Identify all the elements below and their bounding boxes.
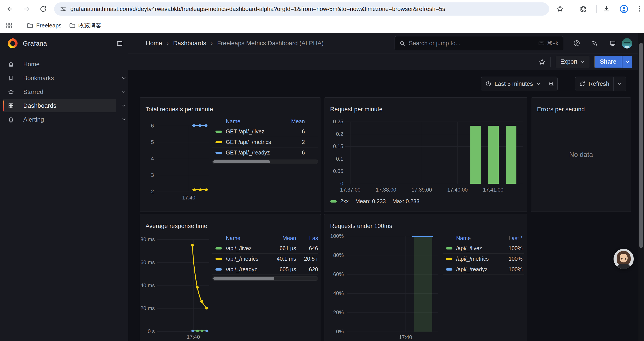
series-color-pill	[216, 141, 222, 143]
downloads-icon[interactable]	[603, 5, 610, 13]
legend[interactable]: 2xx Mean: 0.233 Max: 0.233	[330, 198, 420, 204]
url-bar[interactable]: grafana.mathmast.com/d/deytv4rwavabkb/fr…	[54, 3, 549, 16]
breadcrumb-separator: ›	[166, 40, 169, 47]
breadcrumb-dashboards[interactable]: Dashboards	[173, 40, 206, 47]
sidebar-item-starred[interactable]: Starred	[3, 85, 116, 99]
panel-average-response-time[interactable]: Average response time 80 ms60 ms40 ms20 …	[140, 214, 321, 341]
sidebar-toggle-icon[interactable]	[116, 40, 123, 47]
bookmark-folder-freeleaps[interactable]: Freeleaps	[27, 22, 62, 29]
series-color-pill	[216, 268, 222, 270]
x-axis-label: 17:40	[180, 334, 206, 340]
sidebar-item-dashboards[interactable]: Dashboards	[3, 99, 116, 112]
apps-grid-icon[interactable]	[6, 22, 13, 29]
legend-header-mean[interactable]: Mean	[278, 118, 318, 125]
chevron-down-icon[interactable]	[121, 89, 127, 95]
assistant-avatar[interactable]	[614, 249, 634, 269]
chevron-down-icon[interactable]	[121, 103, 127, 108]
legend-scrollbar[interactable]	[212, 276, 318, 281]
y-tick: 20%	[333, 309, 344, 315]
sidebar-item-label: Bookmarks	[23, 75, 54, 82]
chevron-down-icon[interactable]	[121, 75, 127, 81]
share-label: Share	[600, 58, 616, 65]
sidebar-item-label: Dashboards	[23, 102, 56, 109]
bookmark-star-icon[interactable]	[556, 5, 564, 13]
reload-icon[interactable]	[40, 5, 47, 13]
share-menu-button[interactable]	[622, 56, 632, 68]
sidebar-item-home[interactable]: Home	[3, 58, 116, 71]
sidebar-item-bookmarks[interactable]: Bookmarks	[3, 71, 116, 85]
legend-header-mean[interactable]: Mean	[270, 235, 296, 241]
panel-requests-under-100ms[interactable]: Requests under 100ms 100%80%60%40%20%0% …	[324, 214, 528, 341]
chevron-down-icon	[617, 81, 622, 86]
search-input[interactable]	[408, 40, 538, 47]
monitor-icon[interactable]	[609, 40, 616, 47]
legend-row[interactable]: GET /api/_/metrics 2	[212, 137, 318, 147]
user-avatar[interactable]	[622, 38, 632, 49]
extensions-icon[interactable]	[580, 5, 587, 13]
legend-row[interactable]: GET /api/_/readyz 6	[212, 147, 318, 158]
forward-icon[interactable]	[23, 5, 30, 13]
browser-menu-icon[interactable]	[636, 5, 643, 13]
back-icon[interactable]	[6, 5, 14, 13]
search-icon	[399, 40, 405, 46]
series-color-pill	[216, 258, 222, 260]
legend-row[interactable]: /api/_/metrics 100%	[443, 254, 524, 264]
legend-row[interactable]: /api/_/livez 661 µs 646	[212, 243, 318, 254]
legend-header-last[interactable]: Las	[296, 235, 318, 241]
y-tick: 0.05	[333, 168, 343, 174]
series-name: /api/_/metrics	[456, 256, 498, 262]
panel-request-per-minute[interactable]: Request per minute 0.250.20.150.10.050 1…	[324, 97, 528, 212]
panel-errors-per-second[interactable]: Errors per second No data	[531, 97, 631, 212]
bar-2xx	[470, 126, 481, 184]
series-name: /api/_/readyz	[226, 266, 270, 272]
legend-scrollbar[interactable]	[212, 160, 318, 164]
breadcrumb-current: Freeleaps Metrics Dashboard (ALPHA)	[217, 40, 324, 47]
chevron-down-icon[interactable]	[121, 117, 127, 122]
series-color-pill	[216, 247, 222, 249]
y-tick: 3	[151, 172, 154, 178]
chart-plot	[158, 239, 209, 331]
legend-table: Name Mean Las /api/_/livez 661 µs 646 /a…	[212, 233, 318, 281]
scrollbar-thumb[interactable]	[640, 43, 643, 248]
breadcrumb-separator: ›	[211, 40, 213, 47]
y-tick: 0.2	[336, 131, 343, 137]
breadcrumb-home[interactable]: Home	[146, 40, 162, 47]
favorite-dashboard-icon[interactable]	[538, 58, 546, 65]
refresh-button[interactable]: Refresh	[576, 77, 613, 91]
y-tick: 0.1	[336, 156, 343, 162]
panel-total-requests[interactable]: Total requests per minute 65432 17:40 Na…	[140, 97, 321, 212]
zoom-out-button[interactable]	[545, 77, 558, 91]
legend-header-last[interactable]: Last *	[498, 235, 524, 241]
sidebar-item-label: Starred	[23, 88, 44, 96]
x-axis-label: 17:40	[176, 195, 202, 201]
refresh-interval-button[interactable]	[614, 77, 626, 91]
y-tick: 5	[151, 139, 154, 145]
series-last: 100%	[498, 245, 524, 251]
browser-profile-icon[interactable]	[619, 4, 629, 14]
export-button[interactable]: Export	[556, 56, 590, 68]
news-rss-icon[interactable]	[591, 40, 598, 47]
legend-header-name[interactable]: Name	[443, 235, 498, 241]
search-box[interactable]: ⌘+k	[394, 36, 563, 50]
legend-row[interactable]: GET /api/_/livez 6	[212, 126, 318, 137]
time-range-button[interactable]: Last 5 minutes	[481, 77, 545, 91]
legend-row[interactable]: /api/_/readyz 100%	[443, 264, 524, 275]
site-info-icon[interactable]	[60, 6, 66, 12]
series-last: 646	[296, 245, 318, 251]
legend-header-name[interactable]: Name	[212, 118, 278, 125]
legend-row[interactable]: /api/_/readyz 605 µs 620	[212, 264, 318, 275]
legend-header-name[interactable]: Name	[212, 235, 270, 241]
line-series	[158, 126, 209, 192]
grafana-logo[interactable]	[8, 39, 18, 48]
sidebar-item-alerting[interactable]: Alerting	[3, 113, 116, 126]
x-axis: 17:37:0017:38:0017:39:0017:40:0017:41:00	[345, 187, 523, 193]
y-tick: 0.15	[333, 143, 343, 149]
sidebar-nav: Home Bookmarks Starred Dashboards Alerti…	[0, 54, 128, 126]
legend-row[interactable]: /api/_/metrics 40.1 ms 20.5 r	[212, 254, 318, 264]
page-scrollbar[interactable]	[638, 33, 644, 341]
series-mean: 2	[278, 139, 318, 145]
share-button[interactable]: Share	[594, 56, 622, 68]
legend-row[interactable]: /api/_/livez 100%	[443, 243, 524, 254]
help-icon[interactable]	[573, 40, 580, 47]
bookmark-folder-blogs[interactable]: 收藏博客	[69, 22, 101, 30]
